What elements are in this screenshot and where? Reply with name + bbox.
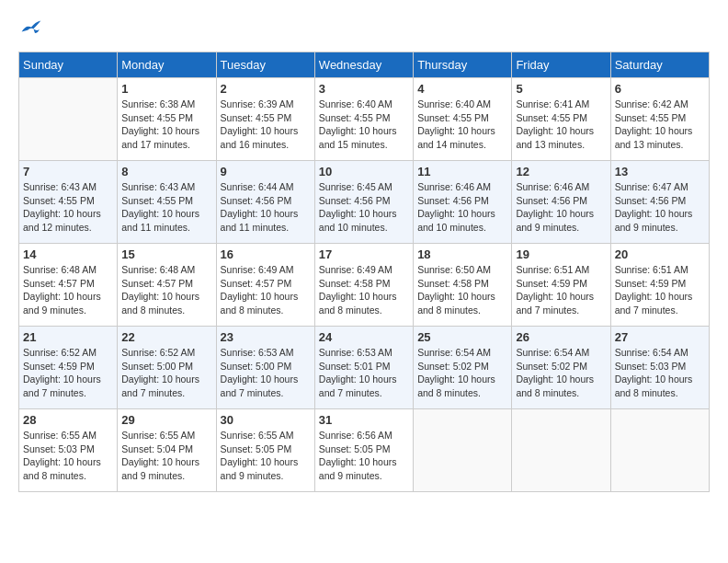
weekday-header-tuesday: Tuesday: [216, 52, 314, 78]
calendar-cell: [414, 409, 512, 492]
day-number: 5: [516, 82, 606, 96]
day-number: 2: [221, 82, 311, 96]
calendar-week-row: 21Sunrise: 6:52 AM Sunset: 4:59 PM Dayli…: [19, 327, 710, 409]
calendar-cell: 13Sunrise: 6:47 AM Sunset: 4:56 PM Dayli…: [610, 161, 709, 244]
day-info: Sunrise: 6:55 AM Sunset: 5:04 PM Dayligh…: [121, 429, 211, 483]
calendar-cell: 11Sunrise: 6:46 AM Sunset: 4:56 PM Dayli…: [414, 161, 512, 244]
day-number: 16: [221, 247, 311, 261]
calendar-week-row: 7Sunrise: 6:43 AM Sunset: 4:55 PM Daylig…: [19, 161, 710, 244]
calendar-cell: 4Sunrise: 6:40 AM Sunset: 4:55 PM Daylig…: [414, 78, 512, 161]
day-number: 6: [615, 82, 705, 96]
day-info: Sunrise: 6:40 AM Sunset: 4:55 PM Dayligh…: [417, 98, 507, 152]
day-info: Sunrise: 6:54 AM Sunset: 5:02 PM Dayligh…: [516, 346, 606, 400]
day-number: 20: [615, 247, 705, 261]
day-info: Sunrise: 6:41 AM Sunset: 4:55 PM Dayligh…: [516, 98, 606, 152]
day-number: 19: [516, 247, 606, 261]
day-info: Sunrise: 6:40 AM Sunset: 4:55 PM Dayligh…: [319, 98, 409, 152]
day-number: 10: [319, 165, 409, 178]
day-info: Sunrise: 6:55 AM Sunset: 5:03 PM Dayligh…: [23, 429, 113, 483]
calendar-cell: 14Sunrise: 6:48 AM Sunset: 4:57 PM Dayli…: [19, 244, 118, 327]
day-number: 24: [319, 330, 409, 344]
day-number: 27: [615, 330, 705, 344]
day-number: 1: [121, 82, 211, 96]
day-number: 18: [417, 247, 507, 261]
day-number: 28: [23, 413, 113, 427]
day-info: Sunrise: 6:43 AM Sunset: 4:55 PM Dayligh…: [23, 180, 113, 235]
day-number: 26: [516, 330, 606, 344]
day-info: Sunrise: 6:43 AM Sunset: 4:55 PM Dayligh…: [121, 180, 211, 235]
day-info: Sunrise: 6:47 AM Sunset: 4:56 PM Dayligh…: [615, 180, 705, 235]
day-number: 17: [319, 247, 409, 261]
calendar-cell: 3Sunrise: 6:40 AM Sunset: 4:55 PM Daylig…: [314, 78, 413, 161]
calendar-cell: 7Sunrise: 6:43 AM Sunset: 4:55 PM Daylig…: [19, 161, 118, 244]
page-header: [18, 18, 710, 37]
calendar-week-row: 28Sunrise: 6:55 AM Sunset: 5:03 PM Dayli…: [19, 409, 710, 492]
calendar-cell: 5Sunrise: 6:41 AM Sunset: 4:55 PM Daylig…: [512, 78, 610, 161]
calendar-cell: 6Sunrise: 6:42 AM Sunset: 4:55 PM Daylig…: [610, 78, 709, 161]
day-info: Sunrise: 6:51 AM Sunset: 4:59 PM Dayligh…: [516, 263, 606, 317]
weekday-header-friday: Friday: [512, 52, 610, 78]
day-info: Sunrise: 6:52 AM Sunset: 4:59 PM Dayligh…: [23, 346, 113, 400]
logo-bird-icon: [20, 18, 42, 37]
day-number: 31: [319, 413, 409, 427]
day-info: Sunrise: 6:38 AM Sunset: 4:55 PM Dayligh…: [121, 98, 211, 152]
day-info: Sunrise: 6:56 AM Sunset: 5:05 PM Dayligh…: [319, 429, 409, 483]
calendar-cell: 15Sunrise: 6:48 AM Sunset: 4:57 PM Dayli…: [118, 244, 216, 327]
day-info: Sunrise: 6:48 AM Sunset: 4:57 PM Dayligh…: [121, 263, 211, 317]
calendar-cell: 29Sunrise: 6:55 AM Sunset: 5:04 PM Dayli…: [118, 409, 216, 492]
calendar: SundayMondayTuesdayWednesdayThursdayFrid…: [18, 52, 710, 492]
day-info: Sunrise: 6:51 AM Sunset: 4:59 PM Dayligh…: [615, 263, 705, 317]
weekday-header-thursday: Thursday: [414, 52, 512, 78]
calendar-cell: 19Sunrise: 6:51 AM Sunset: 4:59 PM Dayli…: [512, 244, 610, 327]
calendar-cell: 16Sunrise: 6:49 AM Sunset: 4:57 PM Dayli…: [216, 244, 314, 327]
day-info: Sunrise: 6:53 AM Sunset: 5:01 PM Dayligh…: [319, 346, 409, 400]
calendar-cell: 2Sunrise: 6:39 AM Sunset: 4:55 PM Daylig…: [216, 78, 314, 161]
day-number: 4: [417, 82, 507, 96]
calendar-cell: 10Sunrise: 6:45 AM Sunset: 4:56 PM Dayli…: [314, 161, 413, 244]
day-number: 22: [121, 330, 211, 344]
day-number: 15: [121, 247, 211, 261]
day-info: Sunrise: 6:52 AM Sunset: 5:00 PM Dayligh…: [121, 346, 211, 400]
day-number: 9: [221, 165, 311, 178]
day-info: Sunrise: 6:54 AM Sunset: 5:02 PM Dayligh…: [417, 346, 507, 400]
calendar-cell: 23Sunrise: 6:53 AM Sunset: 5:00 PM Dayli…: [216, 327, 314, 409]
calendar-cell: 24Sunrise: 6:53 AM Sunset: 5:01 PM Dayli…: [314, 327, 413, 409]
calendar-cell: [512, 409, 610, 492]
calendar-week-row: 1Sunrise: 6:38 AM Sunset: 4:55 PM Daylig…: [19, 78, 710, 161]
day-info: Sunrise: 6:45 AM Sunset: 4:56 PM Dayligh…: [319, 180, 409, 235]
calendar-cell: 9Sunrise: 6:44 AM Sunset: 4:56 PM Daylig…: [216, 161, 314, 244]
calendar-cell: 20Sunrise: 6:51 AM Sunset: 4:59 PM Dayli…: [610, 244, 709, 327]
calendar-cell: 12Sunrise: 6:46 AM Sunset: 4:56 PM Dayli…: [512, 161, 610, 244]
day-info: Sunrise: 6:55 AM Sunset: 5:05 PM Dayligh…: [221, 429, 311, 483]
day-info: Sunrise: 6:44 AM Sunset: 4:56 PM Dayligh…: [221, 180, 311, 235]
calendar-cell: 17Sunrise: 6:49 AM Sunset: 4:58 PM Dayli…: [314, 244, 413, 327]
calendar-cell: 28Sunrise: 6:55 AM Sunset: 5:03 PM Dayli…: [19, 409, 118, 492]
calendar-cell: 30Sunrise: 6:55 AM Sunset: 5:05 PM Dayli…: [216, 409, 314, 492]
day-number: 8: [121, 165, 211, 178]
day-number: 13: [615, 165, 705, 178]
day-info: Sunrise: 6:50 AM Sunset: 4:58 PM Dayligh…: [417, 263, 507, 317]
calendar-cell: 18Sunrise: 6:50 AM Sunset: 4:58 PM Dayli…: [414, 244, 512, 327]
calendar-cell: 8Sunrise: 6:43 AM Sunset: 4:55 PM Daylig…: [118, 161, 216, 244]
day-info: Sunrise: 6:49 AM Sunset: 4:58 PM Dayligh…: [319, 263, 409, 317]
day-number: 14: [23, 247, 113, 261]
calendar-cell: 1Sunrise: 6:38 AM Sunset: 4:55 PM Daylig…: [118, 78, 216, 161]
calendar-cell: [610, 409, 709, 492]
day-number: 23: [221, 330, 311, 344]
calendar-cell: [19, 78, 118, 161]
weekday-header-row: SundayMondayTuesdayWednesdayThursdayFrid…: [19, 52, 710, 78]
day-info: Sunrise: 6:53 AM Sunset: 5:00 PM Dayligh…: [221, 346, 311, 400]
day-info: Sunrise: 6:46 AM Sunset: 4:56 PM Dayligh…: [417, 180, 507, 235]
calendar-week-row: 14Sunrise: 6:48 AM Sunset: 4:57 PM Dayli…: [19, 244, 710, 327]
weekday-header-wednesday: Wednesday: [314, 52, 413, 78]
calendar-cell: 27Sunrise: 6:54 AM Sunset: 5:03 PM Dayli…: [610, 327, 709, 409]
weekday-header-saturday: Saturday: [610, 52, 709, 78]
day-number: 3: [319, 82, 409, 96]
weekday-header-monday: Monday: [118, 52, 216, 78]
day-number: 12: [516, 165, 606, 178]
calendar-cell: 21Sunrise: 6:52 AM Sunset: 4:59 PM Dayli…: [19, 327, 118, 409]
calendar-cell: 25Sunrise: 6:54 AM Sunset: 5:02 PM Dayli…: [414, 327, 512, 409]
day-info: Sunrise: 6:42 AM Sunset: 4:55 PM Dayligh…: [615, 98, 705, 152]
weekday-header-sunday: Sunday: [19, 52, 118, 78]
day-number: 21: [23, 330, 113, 344]
